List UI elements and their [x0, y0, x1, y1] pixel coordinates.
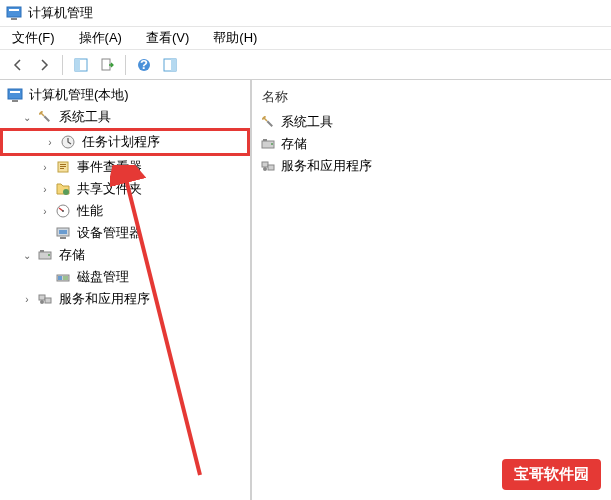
svg-rect-30	[63, 276, 68, 280]
collapse-icon[interactable]: ⌄	[20, 248, 34, 262]
svg-point-19	[63, 189, 69, 195]
svg-rect-38	[262, 162, 268, 167]
svg-rect-27	[40, 250, 44, 252]
computer-mgmt-icon	[7, 87, 23, 103]
svg-point-33	[40, 300, 44, 304]
tree-event-viewer[interactable]: › 事件查看器	[0, 156, 250, 178]
clock-icon	[60, 134, 76, 150]
list-item-label: 存储	[281, 135, 307, 153]
spacer	[38, 226, 52, 240]
device-icon	[55, 225, 71, 241]
export-button[interactable]	[95, 53, 119, 77]
expand-icon[interactable]: ›	[38, 160, 52, 174]
list-item-label: 系统工具	[281, 113, 333, 131]
svg-rect-23	[60, 237, 66, 239]
forward-button[interactable]	[32, 53, 56, 77]
svg-rect-12	[12, 100, 18, 102]
svg-rect-11	[10, 91, 20, 93]
list-item-services[interactable]: 服务和应用程序	[252, 155, 611, 177]
collapse-icon[interactable]: ⌄	[20, 110, 34, 124]
main-content: 计算机管理(本地) ⌄ 系统工具 › 任务计划程序 › 事件查看器 › 共享文件…	[0, 80, 611, 500]
svg-point-26	[48, 254, 50, 256]
svg-rect-17	[60, 166, 66, 167]
svg-rect-4	[75, 59, 80, 71]
svg-rect-5	[102, 59, 110, 70]
properties-button[interactable]	[158, 53, 182, 77]
tree-disk-mgmt[interactable]: 磁盘管理	[0, 266, 250, 288]
shared-folder-icon	[55, 181, 71, 197]
storage-icon	[260, 136, 276, 152]
svg-rect-9	[171, 59, 176, 71]
event-icon	[55, 159, 71, 175]
tree-label: 性能	[74, 201, 106, 221]
menu-view[interactable]: 查看(V)	[142, 27, 193, 49]
menubar: 文件(F) 操作(A) 查看(V) 帮助(H)	[0, 26, 611, 50]
titlebar: 计算机管理	[0, 0, 611, 26]
list-item-storage[interactable]: 存储	[252, 133, 611, 155]
tree-label: 任务计划程序	[79, 132, 163, 152]
svg-point-40	[263, 167, 267, 171]
svg-rect-18	[60, 168, 64, 169]
tree-device-manager[interactable]: 设备管理器	[0, 222, 250, 244]
services-icon	[37, 291, 53, 307]
svg-rect-2	[11, 18, 17, 20]
expand-icon[interactable]: ›	[43, 135, 57, 149]
tree-label: 服务和应用程序	[56, 289, 153, 309]
expand-icon[interactable]: ›	[38, 204, 52, 218]
back-button[interactable]	[6, 53, 30, 77]
list-item-label: 服务和应用程序	[281, 157, 372, 175]
toolbar: ?	[0, 50, 611, 80]
tree-label: 共享文件夹	[74, 179, 145, 199]
tools-icon	[37, 109, 53, 125]
svg-rect-31	[39, 295, 45, 300]
disk-icon	[55, 269, 71, 285]
tree-root[interactable]: 计算机管理(本地)	[0, 84, 250, 106]
svg-rect-39	[268, 165, 274, 170]
svg-rect-16	[60, 164, 66, 165]
svg-rect-34	[267, 121, 273, 127]
toolbar-separator	[125, 55, 126, 75]
tree-label: 磁盘管理	[74, 267, 132, 287]
tree-services[interactable]: › 服务和应用程序	[0, 288, 250, 310]
expand-icon[interactable]: ›	[20, 292, 34, 306]
tree-performance[interactable]: › 性能	[0, 200, 250, 222]
show-hide-tree-button[interactable]	[69, 53, 93, 77]
window-title: 计算机管理	[28, 4, 93, 22]
svg-rect-1	[9, 9, 19, 11]
svg-point-36	[271, 143, 273, 145]
tree-panel: 计算机管理(本地) ⌄ 系统工具 › 任务计划程序 › 事件查看器 › 共享文件…	[0, 80, 252, 500]
tree-storage[interactable]: ⌄ 存储	[0, 244, 250, 266]
menu-file[interactable]: 文件(F)	[8, 27, 59, 49]
svg-rect-37	[263, 139, 267, 141]
watermark: 宝哥软件园	[502, 459, 601, 490]
performance-icon	[55, 203, 71, 219]
help-button[interactable]: ?	[132, 53, 156, 77]
svg-point-21	[62, 210, 64, 212]
tree-label: 计算机管理(本地)	[26, 85, 132, 105]
services-icon	[260, 158, 276, 174]
tree-label: 事件查看器	[74, 157, 145, 177]
svg-rect-0	[7, 7, 21, 17]
spacer	[38, 270, 52, 284]
tree-shared-folders[interactable]: › 共享文件夹	[0, 178, 250, 200]
storage-icon	[37, 247, 53, 263]
svg-rect-32	[45, 298, 51, 303]
tree-label: 存储	[56, 245, 88, 265]
list-column-header[interactable]: 名称	[252, 84, 611, 111]
tree-task-scheduler[interactable]: › 任务计划程序	[5, 131, 207, 153]
tree-label: 设备管理器	[74, 223, 145, 243]
svg-rect-13	[44, 116, 50, 122]
tree-label: 系统工具	[56, 107, 114, 127]
svg-rect-10	[8, 89, 22, 99]
menu-action[interactable]: 操作(A)	[75, 27, 126, 49]
menu-help[interactable]: 帮助(H)	[209, 27, 261, 49]
svg-rect-24	[59, 230, 67, 234]
expand-icon[interactable]: ›	[38, 182, 52, 196]
list-item-system-tools[interactable]: 系统工具	[252, 111, 611, 133]
toolbar-separator	[62, 55, 63, 75]
tree-system-tools[interactable]: ⌄ 系统工具	[0, 106, 250, 128]
app-icon	[6, 5, 22, 21]
svg-text:?: ?	[140, 57, 148, 72]
tools-icon	[260, 114, 276, 130]
list-panel: 名称 系统工具 存储 服务和应用程序	[252, 80, 611, 500]
